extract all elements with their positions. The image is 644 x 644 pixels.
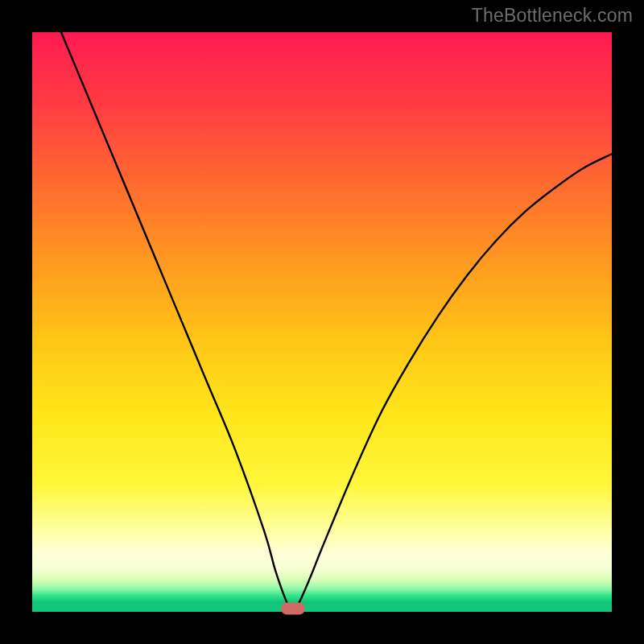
watermark-text: TheBottleneck.com [472,5,633,27]
chart-frame: TheBottleneck.com [0,0,644,644]
optimum-marker [281,603,305,615]
bottleneck-curve [32,32,612,612]
plot-area [32,32,612,612]
